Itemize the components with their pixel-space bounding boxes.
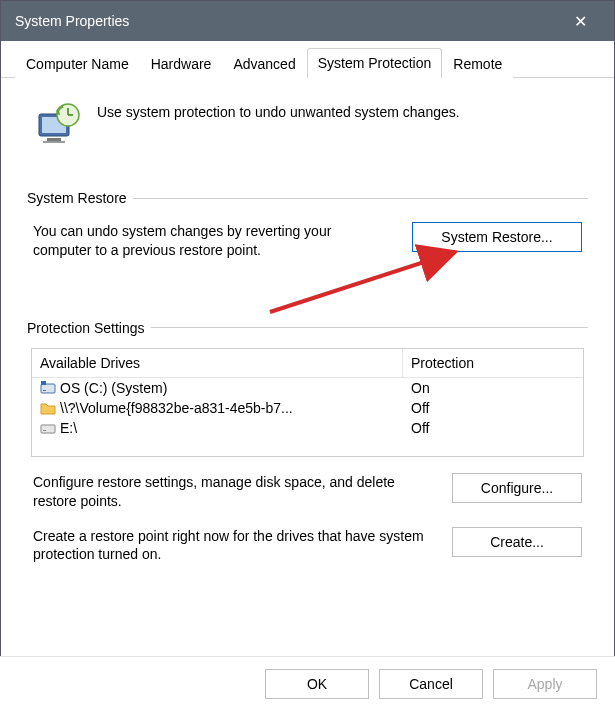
divider (133, 198, 588, 199)
create-description: Create a restore point right now for the… (33, 527, 434, 565)
close-icon (574, 12, 587, 31)
drives-table-body: OS (C:) (System) On \\?\Volume{f98832be-… (32, 378, 583, 456)
table-row[interactable]: E:\ Off (32, 418, 583, 438)
tab-computer-name[interactable]: Computer Name (15, 49, 140, 78)
drives-table: Available Drives Protection (31, 348, 584, 457)
tab-content: Use system protection to undo unwanted s… (1, 78, 614, 564)
svg-rect-3 (43, 141, 65, 143)
tab-advanced[interactable]: Advanced (222, 49, 306, 78)
system-protection-icon (35, 102, 83, 150)
divider (151, 327, 588, 328)
system-restore-description: You can undo system changes by reverting… (33, 222, 392, 260)
tab-remote[interactable]: Remote (442, 49, 513, 78)
apply-button[interactable]: Apply (493, 669, 597, 699)
system-properties-window: System Properties Computer Name Hardware… (0, 0, 615, 710)
configure-button[interactable]: Configure... (452, 473, 582, 503)
titlebar: System Properties (1, 1, 614, 41)
tab-strip: Computer Name Hardware Advanced System P… (1, 41, 614, 78)
window-title: System Properties (15, 13, 560, 29)
group-header: System Restore (27, 190, 588, 206)
system-restore-group: System Restore You can undo system chang… (27, 190, 588, 264)
drive-name: \\?\Volume{f98832be-a831-4e5b-b7... (60, 400, 293, 416)
system-restore-button[interactable]: System Restore... (412, 222, 582, 252)
col-available-drives[interactable]: Available Drives (32, 349, 403, 378)
svg-rect-9 (41, 425, 55, 433)
tab-hardware[interactable]: Hardware (140, 49, 223, 78)
close-button[interactable] (560, 1, 600, 41)
group-header: Protection Settings (27, 320, 588, 336)
disk-icon (40, 380, 56, 396)
configure-row: Configure restore settings, manage disk … (27, 473, 588, 511)
configure-description: Configure restore settings, manage disk … (33, 473, 434, 511)
svg-rect-7 (41, 381, 46, 385)
table-row[interactable]: OS (C:) (System) On (32, 378, 583, 398)
protection-settings-group: Protection Settings Available Drives Pro… (27, 320, 588, 565)
drive-name: OS (C:) (System) (60, 380, 167, 396)
drive-protection: Off (403, 398, 583, 418)
intro-text: Use system protection to undo unwanted s… (97, 102, 460, 120)
drives-table-header: Available Drives Protection (32, 349, 583, 378)
tab-system-protection[interactable]: System Protection (307, 48, 443, 78)
drive-protection: Off (403, 418, 583, 438)
table-row[interactable]: \\?\Volume{f98832be-a831-4e5b-b7... Off (32, 398, 583, 418)
disk-icon (40, 420, 56, 436)
folder-icon (40, 400, 56, 416)
create-button[interactable]: Create... (452, 527, 582, 557)
protection-settings-title: Protection Settings (27, 320, 145, 336)
cancel-button[interactable]: Cancel (379, 669, 483, 699)
intro-row: Use system protection to undo unwanted s… (27, 94, 588, 180)
svg-rect-10 (43, 430, 46, 431)
col-protection[interactable]: Protection (403, 349, 583, 378)
create-row: Create a restore point right now for the… (27, 527, 588, 565)
svg-rect-8 (43, 390, 46, 391)
ok-button[interactable]: OK (265, 669, 369, 699)
drive-protection: On (403, 378, 583, 398)
svg-rect-6 (41, 384, 55, 393)
system-restore-title: System Restore (27, 190, 127, 206)
svg-rect-2 (47, 138, 61, 141)
dialog-footer: OK Cancel Apply (0, 656, 615, 710)
drive-name: E:\ (60, 420, 77, 436)
